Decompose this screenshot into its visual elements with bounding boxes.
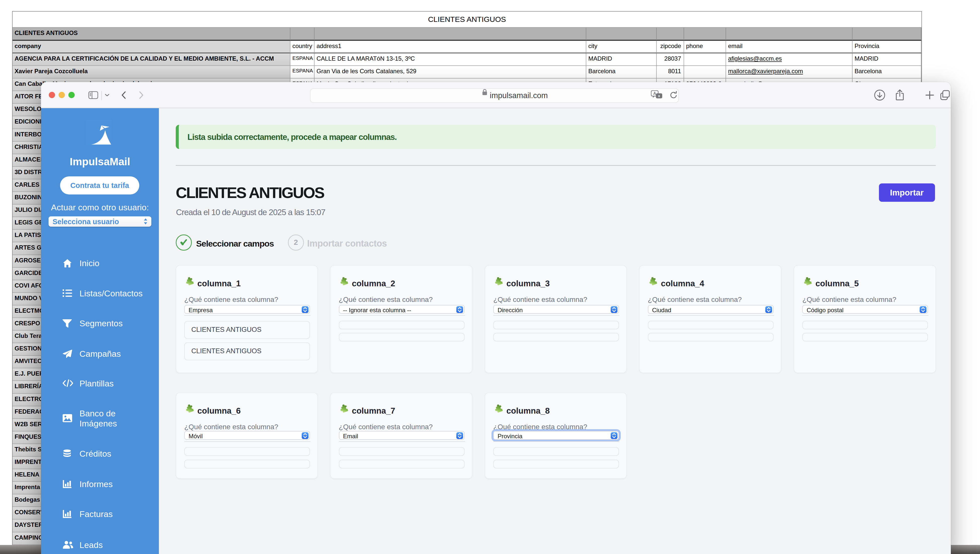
svg-text:A: A	[653, 91, 656, 96]
svg-text:x: x	[658, 94, 660, 98]
